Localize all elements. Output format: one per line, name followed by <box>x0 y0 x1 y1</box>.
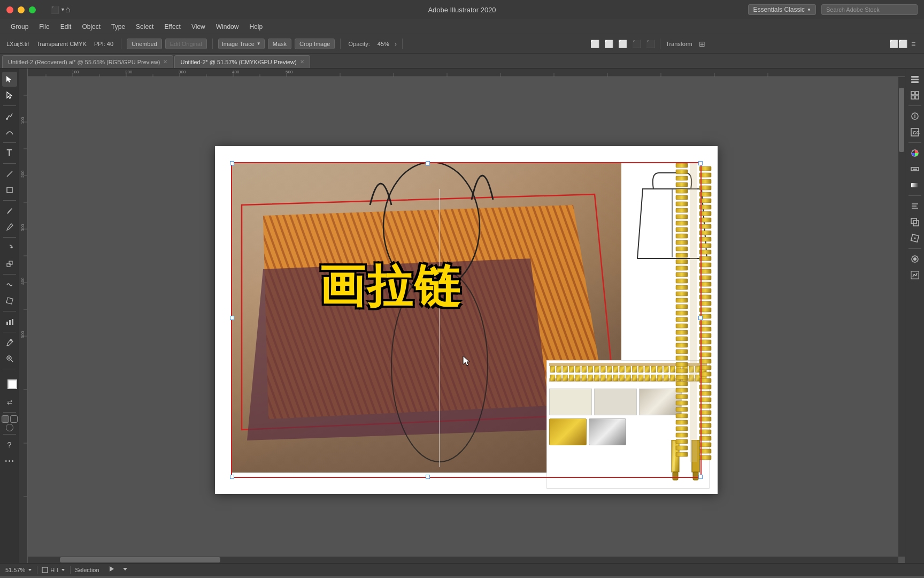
warp-tool[interactable] <box>2 277 17 292</box>
menu-view[interactable]: View <box>186 21 211 33</box>
image-trace-dropdown[interactable]: Image Trace ▼ <box>218 39 265 49</box>
panel-collapse-icon[interactable]: ≡ <box>907 37 920 50</box>
menu-select[interactable]: Select <box>130 21 159 33</box>
svg-rect-203 <box>699 366 711 370</box>
align-center-icon[interactable]: ⬜ <box>602 37 615 50</box>
swap-fill-stroke[interactable]: ⇄ <box>2 394 17 409</box>
minimize-button[interactable] <box>18 6 25 13</box>
menu-type[interactable]: Type <box>106 21 130 33</box>
menubar: Group File Edit Object Type Select Effec… <box>0 19 924 34</box>
cc-libraries-btn[interactable]: CC <box>907 125 922 140</box>
canvas-width: H <box>50 567 55 573</box>
svg-rect-71 <box>569 366 574 372</box>
panel-expand-icon[interactable]: ⬜⬜ <box>892 37 905 50</box>
maximize-button[interactable] <box>29 6 36 13</box>
crop-image-button[interactable]: Crop Image <box>295 39 335 49</box>
zoom-value: 51.57% <box>5 567 25 573</box>
zoom-tool[interactable] <box>2 351 17 366</box>
paintbrush-tool[interactable] <box>2 203 17 218</box>
workspace-selector[interactable]: Essentials Classic ▼ <box>748 4 816 15</box>
zoom-expand-icon <box>27 567 33 573</box>
rect-tool[interactable] <box>2 182 17 197</box>
pen-tool[interactable] <box>2 109 17 124</box>
scrollbar-thumb-v[interactable] <box>899 88 904 152</box>
distribute-h-icon[interactable]: ⬛ <box>644 37 657 50</box>
transform-icon[interactable]: ⊞ <box>696 37 709 50</box>
search-stock-input[interactable]: Search Adobe Stock <box>821 4 918 15</box>
tab-1-close[interactable]: ✕ <box>300 59 304 65</box>
help-tool[interactable]: ? <box>2 437 17 452</box>
curvature-tool[interactable] <box>2 125 17 140</box>
appearance-panel-btn[interactable] <box>907 252 922 267</box>
stroke-panel-btn[interactable] <box>907 162 922 177</box>
artboards-panel-btn[interactable] <box>907 88 922 103</box>
edit-original-button[interactable]: Edit Original <box>165 39 207 49</box>
tab-1[interactable]: Untitled-2* @ 51.57% (CMYK/GPU Preview) … <box>174 55 310 68</box>
more-tools[interactable]: • • • <box>2 453 17 468</box>
scrollbar-horizontal[interactable] <box>28 557 898 563</box>
stroke-color[interactable] <box>7 379 17 389</box>
menu-help[interactable]: Help <box>244 21 268 33</box>
rotate-tool[interactable] <box>2 240 17 255</box>
home-icon[interactable]: ⌂ <box>65 5 71 14</box>
transform-panel-btn[interactable] <box>907 231 922 246</box>
properties-panel-btn[interactable] <box>907 109 922 124</box>
svg-text:200: 200 <box>20 170 25 178</box>
mask-button[interactable]: Mask <box>268 39 291 49</box>
unembed-button[interactable]: Unembed <box>127 39 162 49</box>
scrollbar-vertical[interactable] <box>898 77 905 557</box>
svg-rect-172 <box>699 166 711 171</box>
tab-0-close[interactable]: ✕ <box>163 59 167 65</box>
eyedropper-tool[interactable] <box>2 335 17 350</box>
align-left-icon[interactable]: ⬜ <box>588 37 601 50</box>
handle-br[interactable] <box>698 475 703 479</box>
status-arrow[interactable] <box>108 565 116 574</box>
normal-mode[interactable] <box>2 415 9 423</box>
distribute-v-icon[interactable]: ⬛ <box>630 37 643 50</box>
opacity-expand-icon[interactable]: › <box>395 40 397 48</box>
svg-rect-77 <box>607 366 612 372</box>
menu-object[interactable]: Object <box>76 21 106 33</box>
pathfinder-panel-btn[interactable] <box>907 215 922 230</box>
close-button[interactable] <box>6 6 13 13</box>
svg-rect-142 <box>676 266 688 270</box>
scale-tool[interactable] <box>2 256 17 271</box>
line-tool[interactable] <box>2 166 17 181</box>
pencil-tool[interactable] <box>2 219 17 234</box>
scrollbar-thumb-h[interactable] <box>60 557 220 562</box>
tool-separator <box>3 274 16 275</box>
svg-rect-141 <box>676 260 688 264</box>
handle-bl[interactable] <box>230 475 234 479</box>
image-trace-panel-btn[interactable] <box>907 268 922 283</box>
handle-tc[interactable] <box>426 161 430 165</box>
handle-rc[interactable] <box>698 316 703 320</box>
align-right-icon[interactable]: ⬜ <box>616 37 629 50</box>
gradient-panel-btn[interactable] <box>907 178 922 193</box>
status-expand[interactable] <box>122 566 128 574</box>
menu-effect[interactable]: Effect <box>159 21 186 33</box>
workspace-layout-icon[interactable]: ⬛ ▼ <box>51 6 65 14</box>
graph-tool[interactable] <box>2 314 17 329</box>
zoom-control[interactable]: 51.57% <box>5 567 33 573</box>
svg-rect-130 <box>676 189 688 193</box>
separator <box>340 39 341 49</box>
menu-file[interactable]: File <box>34 21 55 33</box>
menu-edit[interactable]: Edit <box>55 21 77 33</box>
layers-panel-btn[interactable] <box>907 72 922 87</box>
color-panel-btn[interactable] <box>907 146 922 161</box>
direct-selection-tool[interactable] <box>2 88 17 103</box>
menu-window[interactable]: Window <box>211 21 244 33</box>
selection-tool[interactable] <box>2 72 17 87</box>
align-panel-btn[interactable] <box>907 199 922 214</box>
handle-bc[interactable] <box>426 475 430 479</box>
handle-tl[interactable] <box>230 161 234 165</box>
tab-0[interactable]: Untitled-2 (Recovered).ai* @ 55.65% (RGB… <box>2 55 173 68</box>
handle-lc[interactable] <box>230 316 234 320</box>
menu-group[interactable]: Group <box>5 21 34 33</box>
handle-tr[interactable] <box>698 161 703 165</box>
svg-point-9 <box>10 339 12 341</box>
inside-mode[interactable] <box>6 424 13 431</box>
type-tool[interactable]: T <box>2 146 17 161</box>
free-transform-tool[interactable] <box>2 293 17 308</box>
behind-mode[interactable] <box>10 415 18 423</box>
